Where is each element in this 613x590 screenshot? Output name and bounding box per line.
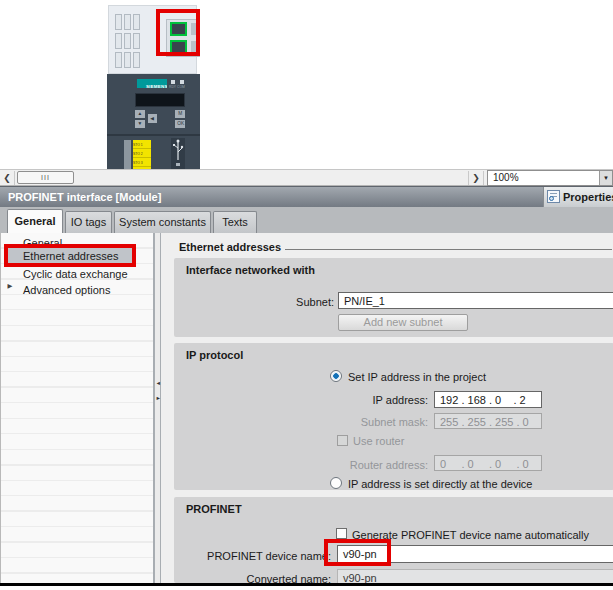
ethernet-port-2 [170, 40, 187, 54]
sto-block: STO 1 STO 2 STO 3 [133, 140, 151, 170]
converted-name-input: v90-pn [337, 569, 613, 584]
properties-tab[interactable]: Properties [543, 187, 613, 208]
shift-button: ◀ [148, 114, 157, 123]
nav-sidebar: General Ethernet addresses Cyclic data e… [1, 233, 153, 583]
section-interface-networked: Interface networked with Subnet: PN/IE_1… [174, 258, 613, 337]
radio-set-ip-in-project-label: Set IP address in the project [348, 371, 486, 383]
m-button: M [175, 110, 185, 118]
device-body: SIEMENS RDY COM ▲ ▼ ◀ M OK STO 1 STO 2 S… [107, 74, 200, 169]
content-pane: Ethernet addresses Interface networked w… [161, 233, 613, 583]
sto-label: STO 1 [133, 143, 143, 147]
vent-slot [115, 52, 122, 68]
subnet-mask-label: Subnet mask: [174, 416, 428, 428]
profinet-device-name-label: PROFINET device name: [174, 550, 331, 562]
zoom-value: 100% [493, 172, 519, 183]
router-address-label: Router address: [174, 459, 428, 471]
subnet-select[interactable]: PN/IE_1 [338, 292, 613, 309]
expand-arrow-icon[interactable]: ▶ [8, 283, 13, 290]
tab-io-tags[interactable]: IO tags [65, 211, 112, 233]
ip-address-label: IP address: [174, 394, 428, 406]
siemens-logo: SIEMENS [137, 79, 167, 88]
section-title: IP protocol [186, 349, 243, 361]
page-title: Ethernet addresses [179, 241, 281, 253]
ethernet-port-1 [170, 22, 187, 36]
down-button: ▼ [135, 120, 145, 128]
radio-ip-set-at-device-label: IP address is set directly at the device [348, 478, 532, 490]
tab-general[interactable]: General [7, 209, 63, 233]
section-ip-protocol: IP protocol Set IP address in the projec… [174, 343, 613, 490]
led-labels: RDY COM [169, 85, 180, 89]
tab-bar: General IO tags System constants Texts [0, 207, 613, 233]
com-led [180, 80, 184, 84]
sidebar-item-advanced-options[interactable]: Advanced options [1, 282, 153, 298]
pane-splitter[interactable]: ◄ ► [153, 233, 161, 583]
section-profinet: PROFINET Generate PROFINET device name a… [174, 497, 613, 583]
use-router-label: Use router [353, 435, 404, 447]
screen: SIEMENS RDY COM ▲ ▼ ◀ M OK STO 1 STO 2 S… [0, 0, 613, 590]
vent-slot [115, 14, 122, 30]
sto-label: STO 2 [133, 152, 143, 156]
terminal-strip [124, 140, 131, 170]
device-divider [107, 134, 200, 136]
tab-texts[interactable]: Texts [213, 211, 257, 233]
collapse-right-icon[interactable]: ► [156, 395, 161, 401]
use-router-checkbox[interactable] [337, 435, 348, 446]
vent-slot [124, 14, 131, 30]
section-title: Interface networked with [186, 264, 315, 276]
vent-slot [133, 14, 140, 30]
vent-slot [115, 33, 122, 49]
port-label [191, 23, 197, 35]
sidebar-item-ethernet-addresses[interactable]: Ethernet addresses [7, 248, 134, 264]
usb-icon [171, 138, 185, 169]
main-area: General Ethernet addresses Cyclic data e… [0, 233, 613, 583]
horizontal-scrollbar[interactable]: ❮ III ❯ 100% ▼ [0, 169, 613, 186]
tab-system-constants[interactable]: System constants [114, 211, 211, 233]
scrollbar-thumb[interactable]: III [17, 171, 74, 184]
sto-label: STO 3 [133, 161, 143, 165]
ok-button: OK [175, 120, 185, 128]
ip-address-input[interactable]: 192 . 168 . 0 . 2 [434, 391, 542, 408]
up-button: ▲ [135, 110, 145, 118]
scroll-left-icon[interactable]: ❮ [0, 171, 15, 185]
rdy-led [171, 80, 175, 84]
inspector-titlebar: PROFINET interface [Module] Properties [0, 186, 613, 207]
properties-icon [547, 190, 560, 203]
vent-slot [124, 52, 131, 68]
device-display [135, 93, 185, 107]
section-title: PROFINET [186, 503, 242, 515]
sidebar-item-cyclic-data-exchange[interactable]: Cyclic data exchange [1, 266, 153, 282]
generate-name-label: Generate PROFINET device name automatica… [352, 529, 589, 541]
device-top-section [108, 5, 197, 74]
bottom-border [0, 583, 613, 586]
zoom-select[interactable]: 100% ▼ [487, 170, 613, 186]
radio-set-ip-in-project[interactable] [330, 370, 342, 382]
radio-ip-set-at-device[interactable] [330, 477, 342, 489]
router-address-input: 0 . 0 . 0 . 0 [434, 455, 542, 471]
scroll-right-icon[interactable]: ❯ [468, 171, 484, 185]
vent-slot [133, 52, 140, 68]
add-new-subnet-button[interactable]: Add new subnet [338, 314, 468, 331]
generate-name-checkbox[interactable] [336, 528, 347, 539]
header-rule [285, 249, 612, 250]
port-label [191, 41, 197, 53]
vent-slot [133, 33, 140, 49]
ethernet-port-panel [166, 19, 200, 57]
collapse-left-icon[interactable]: ◄ [156, 380, 161, 386]
subnet-mask-input: 255 . 255 . 255 . 0 [434, 413, 542, 429]
profinet-device-name-input[interactable]: v90-pn [337, 545, 613, 563]
usb-port [171, 138, 185, 169]
properties-tab-label: Properties [563, 191, 613, 203]
vent-slot [124, 33, 131, 49]
device-image: SIEMENS RDY COM ▲ ▼ ◀ M OK STO 1 STO 2 S… [107, 3, 201, 169]
subnet-label: Subnet: [174, 296, 334, 308]
chevron-down-icon[interactable]: ▼ [599, 171, 612, 185]
inspector-title: PROFINET interface [Module] [8, 191, 161, 203]
